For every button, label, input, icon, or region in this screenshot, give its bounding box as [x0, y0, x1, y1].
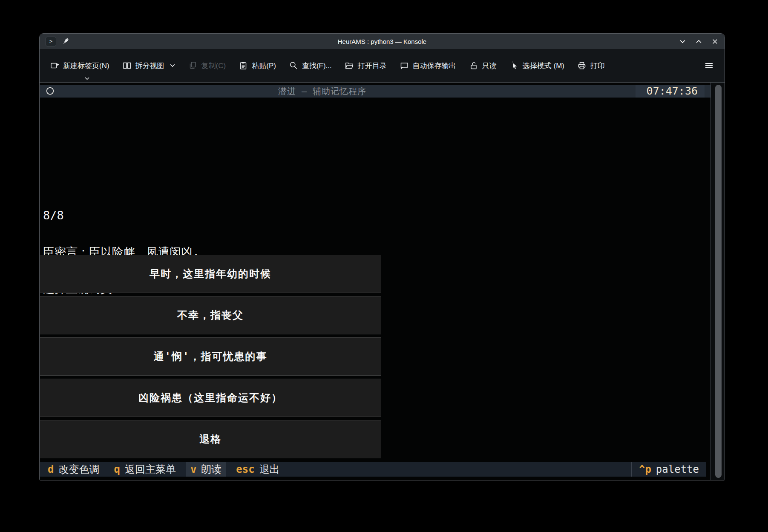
scrollbar-thumb[interactable] — [715, 85, 722, 478]
app-header-bar: 潜进 – 辅助记忆程序 07:47:36 — [40, 85, 710, 98]
terminal-prompt-glyph: > — [49, 38, 52, 44]
open-directory-button[interactable]: 打开目录 — [345, 61, 387, 71]
shortcut-main-menu[interactable]: q 返回主菜单 — [109, 462, 180, 477]
copy-button: 复制(C) — [188, 61, 226, 71]
autosave-output-label: 自动保存输出 — [413, 61, 456, 71]
shortcut-key: q — [114, 463, 120, 475]
new-tab-button[interactable]: 新建标签页(N) — [50, 61, 109, 71]
shortcut-key: esc — [236, 463, 254, 475]
menu-option-button[interactable]: 凶险祸患（这里指命运不好） — [40, 379, 381, 417]
split-view-button[interactable]: 拆分视图 — [122, 61, 175, 71]
find-label: 查找(F)... — [302, 61, 332, 71]
save-output-icon — [400, 61, 409, 70]
shortcut-label: 朗读 — [201, 463, 221, 476]
shortcut-key: d — [48, 463, 54, 475]
hamburger-icon — [704, 61, 714, 70]
status-bar: d 改变色调 q 返回主菜单 v 朗读 esc 退出 ^p palette — [40, 462, 706, 477]
options-menu: 早时，这里指年幼的时候 不幸，指丧父 通'悯'，指可忧患的事 凶险祸患（这里指命… — [40, 255, 381, 461]
open-folder-icon — [345, 61, 354, 70]
new-tab-icon — [50, 61, 59, 70]
close-button[interactable] — [711, 38, 719, 45]
open-directory-label: 打开目录 — [358, 61, 387, 71]
shortcut-key: ^p — [639, 463, 651, 475]
shortcut-label: 退出 — [259, 463, 280, 476]
shortcut-key: v — [190, 463, 196, 475]
paste-icon — [239, 61, 248, 70]
copy-icon — [188, 61, 198, 70]
scrollbar[interactable] — [710, 83, 725, 480]
konsole-window: > HeurAMS : python3 — Konsole — [39, 33, 725, 480]
menu-option-label: 凶险祸患（这里指命运不好） — [138, 391, 282, 405]
printer-icon — [577, 61, 587, 70]
progress-counter: 8/8 — [43, 210, 199, 222]
shortcut-palette[interactable]: ^p palette — [632, 462, 706, 477]
chevron-down-icon — [84, 77, 90, 81]
hamburger-menu-button[interactable] — [704, 61, 714, 70]
print-button[interactable]: 打印 — [577, 61, 605, 71]
window-controls — [679, 38, 719, 45]
split-view-icon — [122, 61, 132, 70]
shortcut-exit[interactable]: esc 退出 — [232, 462, 284, 477]
copy-label: 复制(C) — [201, 61, 226, 71]
menu-option-button[interactable]: 早时，这里指年幼的时候 — [40, 255, 381, 293]
clock: 07:47:36 — [636, 85, 705, 98]
pin-icon[interactable] — [61, 37, 70, 46]
toolbar: 新建标签页(N) 拆分视图 复制(C) 粘贴(P) — [40, 49, 725, 82]
read-only-button[interactable]: 只读 — [469, 61, 497, 71]
shortcut-change-hue[interactable]: d 改变色调 — [43, 462, 104, 477]
autosave-output-button[interactable]: 自动保存输出 — [400, 61, 456, 71]
paste-button[interactable]: 粘贴(P) — [239, 61, 276, 71]
read-only-label: 只读 — [482, 61, 497, 71]
maximize-button[interactable] — [695, 38, 702, 45]
find-button[interactable]: 查找(F)... — [289, 61, 332, 71]
search-icon — [289, 61, 298, 70]
window-title: HeurAMS : python3 — Konsole — [40, 38, 725, 45]
backspace-option-button[interactable]: 退格 — [40, 420, 381, 458]
menu-option-label: 通'悯'，指可忧患的事 — [154, 350, 268, 363]
select-mode-button[interactable]: 选择模式 (M) — [509, 61, 564, 71]
app-title: 潜进 – 辅助记忆程序 — [278, 86, 366, 97]
shortcut-read-aloud[interactable]: v 朗读 — [186, 462, 226, 477]
shortcut-label: palette — [656, 463, 699, 475]
titlebar: > HeurAMS : python3 — Konsole — [40, 34, 725, 49]
menu-option-label: 早时，这里指年幼的时候 — [150, 267, 271, 281]
shortcut-label: 改变色调 — [58, 463, 99, 476]
terminal-view[interactable]: 潜进 – 辅助记忆程序 07:47:36 8/8 臣密言：臣以险衅，夙遭闵凶. … — [40, 82, 725, 480]
shortcut-label: 返回主菜单 — [125, 463, 176, 476]
menu-option-label: 退格 — [199, 432, 221, 446]
lock-open-icon — [469, 61, 478, 70]
new-tab-label: 新建标签页(N) — [63, 61, 109, 71]
split-view-label: 拆分视图 — [135, 61, 164, 71]
print-label: 打印 — [590, 61, 605, 71]
minimize-button[interactable] — [679, 38, 686, 45]
select-mode-label: 选择模式 (M) — [523, 61, 564, 71]
konsole-app-icon[interactable]: > — [46, 37, 56, 46]
status-circle-icon — [46, 87, 54, 95]
menu-option-label: 不幸，指丧父 — [177, 308, 244, 322]
select-mode-icon — [509, 61, 519, 70]
chevron-down-icon — [170, 63, 175, 68]
menu-option-button[interactable]: 通'悯'，指可忧患的事 — [40, 337, 381, 376]
paste-label: 粘贴(P) — [252, 61, 276, 71]
menu-option-button[interactable]: 不幸，指丧父 — [40, 296, 381, 334]
